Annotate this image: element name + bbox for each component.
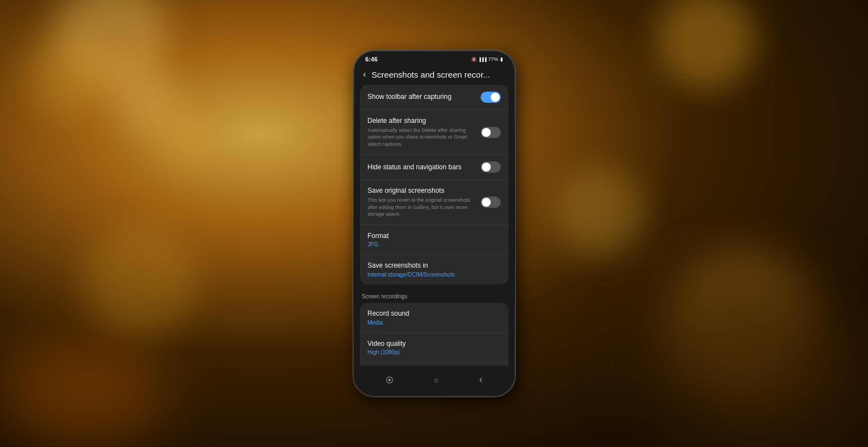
status-time: 6:46	[366, 56, 378, 63]
home-button[interactable]: ○	[427, 373, 445, 387]
format-label: Format	[368, 232, 495, 241]
video-quality-text: Video quality High (1080p)	[368, 340, 501, 356]
phone-shell: 6:46 🔇 ▐▐▐ 77% ▮ ‹ Screenshots and scree…	[353, 50, 515, 397]
back-nav-button[interactable]: ‹	[472, 372, 489, 388]
delete-after-sharing-sub: Automatically select the Delete after sh…	[368, 127, 475, 148]
show-toolbar-row[interactable]: Show toolbar after capturing	[360, 85, 509, 110]
status-icons: 🔇 ▐▐▐ 77% ▮	[471, 56, 503, 62]
save-original-label: Save original screenshots	[368, 187, 475, 196]
page-title: Screenshots and screen recor...	[372, 70, 490, 79]
save-original-row[interactable]: Save original screenshots This lets you …	[360, 180, 509, 225]
bottom-nav: ⦿ ○ ‹	[354, 366, 514, 396]
status-bar: 6:46 🔇 ▐▐▐ 77% ▮	[354, 51, 514, 65]
hide-status-bars-row[interactable]: Hide status and navigation bars	[360, 155, 509, 180]
format-text: Format JPG	[368, 232, 501, 248]
save-screenshots-in-row[interactable]: Save screenshots in Internal storage/DCI…	[360, 255, 509, 284]
record-sound-text: Record sound Media	[368, 310, 501, 326]
delete-after-sharing-label: Delete after sharing	[368, 117, 475, 126]
record-sound-row[interactable]: Record sound Media	[360, 303, 509, 333]
phone-screen: 6:46 🔇 ▐▐▐ 77% ▮ ‹ Screenshots and scree…	[354, 51, 514, 396]
save-screenshots-in-value: Internal storage/DCIM/Screenshots	[368, 272, 495, 278]
back-button[interactable]: ‹	[363, 69, 366, 79]
format-row[interactable]: Format JPG	[360, 225, 509, 255]
screenshots-settings-card: Show toolbar after capturing Delete afte…	[360, 85, 509, 284]
hide-status-bars-text: Hide status and navigation bars	[368, 163, 481, 172]
video-quality-value: High (1080p)	[368, 349, 495, 355]
delete-after-sharing-toggle[interactable]	[481, 127, 501, 138]
app-bar: ‹ Screenshots and screen recor...	[354, 65, 514, 85]
show-toolbar-label: Show toolbar after capturing	[368, 93, 475, 102]
record-sound-value: Media	[368, 320, 495, 326]
signal-icon: ▐▐▐	[478, 58, 487, 61]
video-quality-row[interactable]: Video quality High (1080p)	[360, 333, 509, 363]
record-sound-label: Record sound	[368, 310, 495, 318]
save-original-text: Save original screenshots This lets you …	[368, 187, 481, 217]
delete-after-sharing-row[interactable]: Delete after sharing Automatically selec…	[360, 110, 509, 155]
format-value: JPG	[368, 241, 495, 248]
screen-recordings-card: Record sound Media Video quality High (1…	[360, 303, 509, 366]
battery-icon: ▮	[500, 56, 503, 62]
recent-apps-button[interactable]: ⦿	[379, 373, 400, 387]
video-quality-label: Video quality	[368, 340, 495, 349]
battery-percentage: 77%	[488, 56, 498, 62]
hide-status-bars-toggle[interactable]	[481, 161, 501, 173]
save-screenshots-in-text: Save screenshots in Internal storage/DCI…	[368, 261, 501, 278]
delete-after-sharing-text: Delete after sharing Automatically selec…	[368, 117, 481, 148]
mute-icon: 🔇	[471, 57, 477, 62]
show-toolbar-toggle[interactable]	[481, 92, 501, 103]
save-screenshots-in-label: Save screenshots in	[368, 261, 495, 270]
phone-device: 6:46 🔇 ▐▐▐ 77% ▮ ‹ Screenshots and scree…	[353, 50, 515, 397]
screen-recordings-section-header: Screen recordings	[354, 287, 514, 303]
save-original-sub: This lets you revert to the original scr…	[368, 197, 475, 218]
show-toolbar-text: Show toolbar after capturing	[368, 93, 481, 102]
hide-status-bars-label: Hide status and navigation bars	[368, 163, 475, 172]
settings-content[interactable]: Show toolbar after capturing Delete afte…	[354, 85, 514, 366]
save-original-toggle[interactable]	[481, 197, 501, 208]
